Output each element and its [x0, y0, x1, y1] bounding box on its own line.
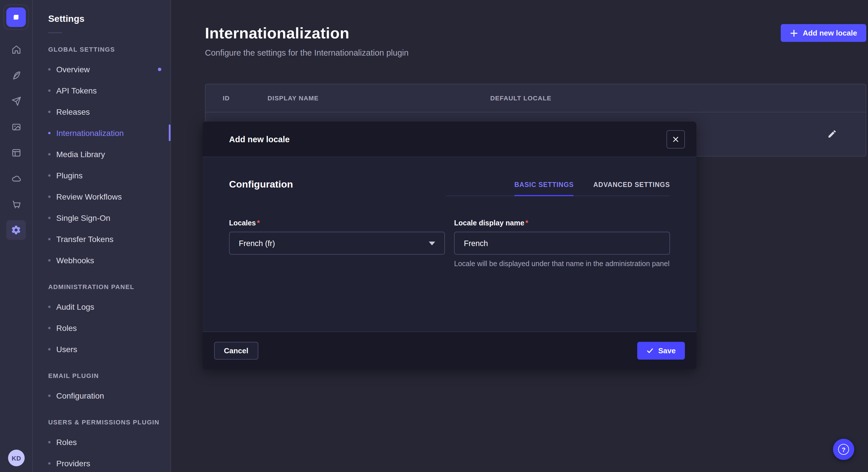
modal-header: Add new locale [203, 122, 696, 157]
tab-basic-settings[interactable]: BASIC SETTINGS [515, 181, 574, 196]
help-button[interactable]: ? [833, 439, 854, 460]
chevron-down-icon [429, 241, 435, 245]
tab-advanced-settings[interactable]: ADVANCED SETTINGS [593, 181, 670, 196]
locale-form: Locales* French (fr) Locale display name… [229, 219, 670, 269]
close-icon[interactable] [666, 130, 685, 148]
save-label: Save [658, 346, 676, 355]
configuration-heading: Configuration [229, 179, 293, 191]
display-name-input[interactable] [454, 232, 670, 255]
save-button[interactable]: Save [637, 342, 685, 360]
add-locale-modal: Add new locale Configuration BASIC SETTI… [203, 122, 696, 369]
locales-select-value: French (fr) [239, 239, 275, 247]
check-icon [646, 347, 654, 355]
required-asterisk: * [257, 219, 260, 227]
display-name-label-text: Locale display name [454, 219, 524, 227]
question-mark-icon: ? [838, 444, 849, 455]
modal-footer: Cancel Save [203, 332, 696, 369]
configuration-row: Configuration BASIC SETTINGS ADVANCED SE… [229, 179, 670, 196]
locales-label: Locales* [229, 219, 445, 227]
display-name-hint: Locale will be displayed under that name… [454, 259, 670, 269]
required-asterisk: * [526, 219, 528, 227]
locales-select[interactable]: French (fr) [229, 232, 445, 255]
locales-label-text: Locales [229, 219, 256, 227]
modal-title: Add new locale [229, 134, 290, 144]
display-name-field: Locale display name* Locale will be disp… [454, 219, 670, 269]
display-name-label: Locale display name* [454, 219, 670, 227]
modal-tabs: BASIC SETTINGS ADVANCED SETTINGS [446, 181, 670, 196]
modal-body: Configuration BASIC SETTINGS ADVANCED SE… [203, 157, 696, 332]
cancel-button[interactable]: Cancel [214, 342, 258, 360]
locales-field: Locales* French (fr) [229, 219, 445, 269]
app-root: KD Settings GLOBAL SETTINGS Overview API… [0, 0, 868, 472]
